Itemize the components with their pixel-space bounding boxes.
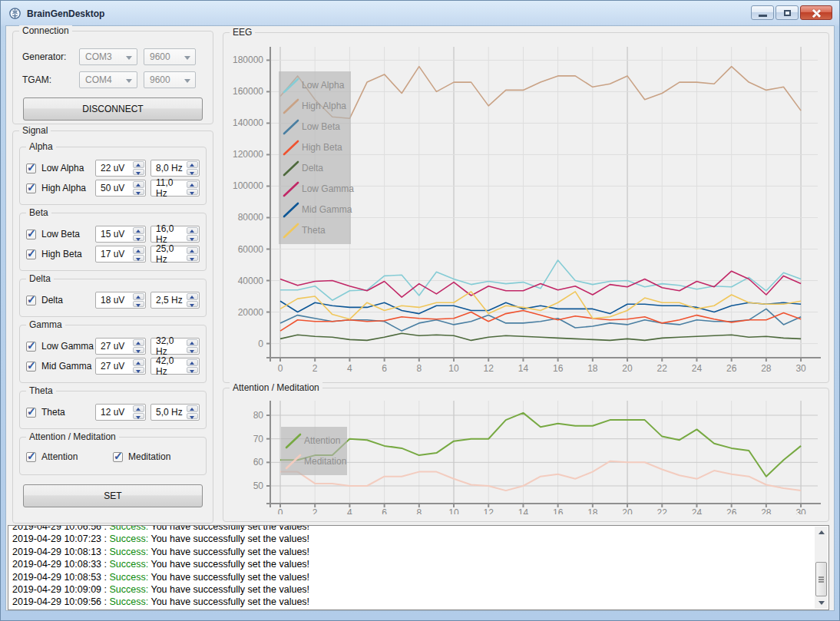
low-gamma-frequency-spinbox[interactable]: 32,0 Hz [150,338,200,355]
scrollbar-thumb[interactable] [815,562,827,596]
theta-amplitude-spinbox[interactable]: 12 uV [95,404,146,421]
high-beta-amplitude-spinbox[interactable]: 17 uV [95,246,146,263]
arrow-down-icon[interactable] [133,301,144,308]
mid-gamma-amplitude-spinbox[interactable]: 27 uV [95,358,146,375]
scroll-up-button[interactable] [815,527,828,539]
arrow-up-icon[interactable] [133,405,144,412]
delta-amplitude-spinbox[interactable]: 18 uV [95,292,146,309]
tgam-baud-combobox[interactable]: 9600 [144,71,196,88]
arrow-up-icon[interactable] [133,359,144,366]
mid-gamma-checkbox[interactable] [26,362,36,372]
delta-checkbox[interactable] [26,296,36,306]
arrow-up-icon[interactable] [187,405,198,412]
delta-frequency-spinbox[interactable]: 2,5 Hz [150,292,200,309]
tgam-port-combobox[interactable]: COM4 [79,71,137,88]
arrow-down-icon[interactable] [187,301,198,308]
low-beta-frequency-spinbox[interactable]: 16,0 Hz [150,226,200,243]
low-alpha-checkbox[interactable] [26,164,36,173]
arrow-up-icon[interactable] [187,161,198,168]
arrow-up-icon[interactable] [187,247,198,254]
low-beta-checkbox[interactable] [26,230,36,239]
svg-text:22: 22 [657,363,668,374]
arrow-down-icon[interactable] [187,413,198,420]
delta-frequency-value: 2,5 Hz [156,295,183,306]
arrow-down-icon[interactable] [133,413,144,420]
arrow-up-icon[interactable] [133,181,144,188]
attention-checkbox[interactable] [26,452,36,462]
arrow-up-icon[interactable] [187,293,198,300]
svg-text:16: 16 [553,363,564,374]
arrow-down-icon[interactable] [133,367,144,374]
maximize-button[interactable] [776,5,799,20]
arrow-down-icon[interactable] [133,347,144,354]
arrow-up-icon[interactable] [133,247,144,254]
arrow-down-icon[interactable] [187,235,198,242]
attention-meditation-chart-group: Attention / Meditation AttentionMeditati… [223,388,829,522]
high-beta-frequency-spinbox[interactable]: 25,0 Hz [150,246,200,263]
arrow-up-icon[interactable] [187,359,198,366]
arrow-up-icon[interactable] [187,227,198,234]
arrow-down-icon[interactable] [133,189,144,196]
arrow-up-icon[interactable] [133,293,144,300]
title-bar[interactable]: BrainGenDesktop [2,2,838,25]
theta-frequency-spinbox[interactable]: 5,0 Hz [150,404,200,421]
delta-group-label: Delta [26,273,54,284]
minimize-icon [759,15,767,17]
eeg-chart-title: EEG [230,27,255,38]
close-button[interactable] [800,5,832,20]
low-gamma-amplitude-spinbox[interactable]: 27 uV [95,338,146,355]
svg-text:0: 0 [278,363,283,374]
arrow-down-icon[interactable] [187,255,198,262]
attention-label: Attention [41,451,78,462]
arrow-up-icon[interactable] [187,181,198,188]
svg-text:16: 16 [553,507,564,514]
log-entry: 2019-04-29 10:06:56 : Success: You have … [12,526,309,533]
close-icon [812,9,821,18]
low-alpha-amplitude-spinbox[interactable]: 22 uV [95,160,146,177]
generator-baud-combobox[interactable]: 9600 [144,48,196,65]
log-scrollbar[interactable] [815,527,828,609]
svg-text:100000: 100000 [233,180,263,191]
disconnect-button[interactable]: DISCONNECT [23,97,203,121]
generator-port-combobox[interactable]: COM3 [79,48,137,65]
arrow-up-icon[interactable] [133,227,144,234]
svg-text:160000: 160000 [233,86,263,97]
theta-checkbox[interactable] [26,408,36,418]
mid-gamma-frequency-spinbox[interactable]: 42,0 Hz [150,358,200,375]
svg-text:20: 20 [622,507,633,514]
high-alpha-checkbox[interactable] [26,183,36,193]
high-alpha-frequency-spinbox[interactable]: 11,0 Hz [150,180,200,197]
svg-text:18: 18 [587,363,598,374]
svg-text:60: 60 [253,457,264,467]
high-beta-checkbox[interactable] [26,249,36,259]
low-alpha-frequency-spinbox[interactable]: 8,0 Hz [150,160,200,177]
arrow-up-icon[interactable] [133,339,144,346]
minimize-button[interactable] [751,5,774,20]
arrow-down-icon[interactable] [133,235,144,242]
scroll-down-button[interactable] [815,596,828,609]
arrow-down-icon[interactable] [187,367,198,374]
signal-row: Mid Gamma 27 uV 42,0 Hz [26,358,200,375]
arrow-up-icon[interactable] [133,161,144,168]
arrow-up-icon[interactable] [187,339,198,346]
svg-text:180000: 180000 [233,55,263,65]
svg-text:26: 26 [726,363,737,374]
high-alpha-label: High Alpha [41,183,95,193]
arrow-down-icon[interactable] [187,189,198,196]
arrow-down-icon[interactable] [187,169,198,176]
arrow-down-icon[interactable] [133,255,144,262]
set-button[interactable]: SET [23,484,203,507]
arrow-down-icon[interactable] [133,169,144,176]
meditation-checkbox[interactable] [113,452,123,462]
low-gamma-checkbox[interactable] [26,342,36,352]
svg-text:12: 12 [484,507,494,514]
arrow-down-icon[interactable] [187,347,198,354]
svg-text:Low Beta: Low Beta [302,121,340,132]
eeg-chart: Low AlphaHigh AlphaLow BetaHigh BetaDelt… [227,44,827,382]
high-alpha-amplitude-spinbox[interactable]: 50 uV [95,180,146,197]
maximize-icon [784,10,791,16]
low-beta-amplitude-spinbox[interactable]: 15 uV [95,226,146,243]
client-area: Connection Generator: COM3 9600 TGAM: CO… [5,25,835,611]
svg-text:0: 0 [258,339,263,349]
brain-icon[interactable] [8,7,21,20]
